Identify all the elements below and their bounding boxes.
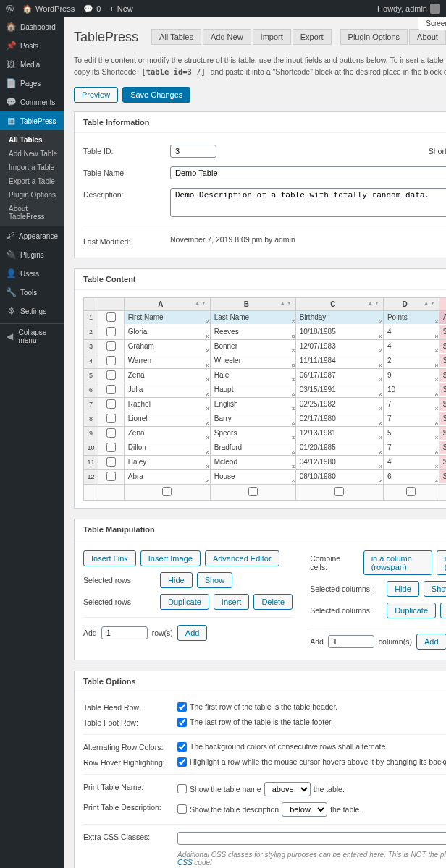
wp-logo[interactable]: ⓦ	[6, 4, 14, 14]
insert-image-button[interactable]: Insert Image	[140, 550, 201, 566]
cell[interactable]: $60	[439, 470, 446, 483]
cell[interactable]: Abra	[125, 470, 210, 483]
hover-checkbox[interactable]	[177, 757, 187, 767]
sidebar-item[interactable]: 🔧Tools	[0, 283, 64, 302]
row-select[interactable]	[98, 383, 125, 397]
cell[interactable]: 7	[384, 412, 439, 425]
cell[interactable]: 12/13/1981	[296, 427, 383, 440]
col-header[interactable]: C▲▼	[295, 297, 383, 310]
row-select[interactable]	[98, 412, 125, 426]
sidebar-item[interactable]: 💬Comments	[0, 93, 64, 111]
cell[interactable]: 7	[384, 398, 439, 411]
row-number[interactable]: 8	[84, 412, 98, 426]
cell[interactable]: 4	[384, 340, 439, 353]
cell[interactable]: Amount	[439, 311, 446, 324]
cell[interactable]: Barry	[211, 412, 295, 425]
add-cols-count[interactable]	[328, 635, 374, 648]
sidebar-item[interactable]: 🔌Plugins	[0, 245, 64, 264]
sidebar-subitem[interactable]: Import a Table	[0, 161, 64, 174]
sidebar-subitem[interactable]: Add New Table	[0, 147, 64, 161]
cell[interactable]: Lionel	[125, 412, 210, 425]
panel-toggle[interactable]: Table Options	[75, 671, 446, 692]
row-select[interactable]	[98, 325, 125, 339]
col-select[interactable]	[248, 487, 258, 496]
row-select[interactable]	[98, 397, 125, 412]
cell[interactable]: Dillon	[125, 441, 210, 454]
cell[interactable]: 02/17/1980	[296, 412, 383, 425]
cell[interactable]: Spears	[211, 427, 295, 440]
hide-rows-button[interactable]: Hide	[160, 572, 193, 588]
screen-options-tab[interactable]: Screen Options ▾	[418, 17, 446, 30]
nav-tab[interactable]: Add New	[203, 29, 251, 45]
show-cols-button[interactable]: Show	[424, 581, 446, 597]
cell[interactable]: English	[211, 398, 295, 411]
duplicate-rows-button[interactable]: Duplicate	[160, 594, 209, 610]
row-number[interactable]: 10	[84, 441, 98, 455]
cell[interactable]: $90	[439, 369, 446, 382]
row-number[interactable]: 12	[84, 469, 98, 484]
sidebar-subitem[interactable]: About TablePress	[0, 202, 64, 224]
nav-tab[interactable]: Export	[293, 29, 332, 45]
col-select[interactable]	[162, 487, 172, 496]
sidebar-item[interactable]: 👤Users	[0, 264, 64, 283]
cell[interactable]: Zena	[125, 427, 210, 440]
nav-tab[interactable]: All Tables	[151, 29, 201, 45]
table-id-input[interactable]	[170, 145, 216, 158]
cell[interactable]: 5	[384, 427, 439, 440]
cell[interactable]: Hale	[211, 369, 295, 382]
cell[interactable]: 03/15/1991	[296, 383, 383, 396]
cell[interactable]: Mcleod	[211, 456, 295, 469]
head-row-checkbox[interactable]	[177, 702, 187, 712]
cell[interactable]: House	[211, 470, 295, 483]
cell[interactable]: Bradford	[211, 441, 295, 454]
col-header[interactable]: E▲▼	[439, 297, 446, 310]
sidebar-subitem[interactable]: Plugin Options	[0, 188, 64, 202]
delete-rows-button[interactable]: Delete	[253, 594, 293, 610]
cell[interactable]: 2	[384, 354, 439, 367]
cell[interactable]: Birthday	[296, 311, 383, 324]
rowspan-button[interactable]: in a column (rowspan)	[363, 550, 432, 575]
col-header[interactable]: D▲▼	[383, 297, 439, 310]
sidebar-item[interactable]: 🏠Dashboard	[0, 17, 64, 36]
cell[interactable]: 01/20/1985	[296, 441, 383, 454]
cell[interactable]: Haupt	[211, 383, 295, 396]
row-select[interactable]	[98, 368, 125, 383]
sidebar-item[interactable]: 🖼Media	[0, 55, 64, 74]
col-select[interactable]	[334, 487, 344, 496]
row-select[interactable]	[98, 426, 125, 441]
add-rows-count[interactable]	[101, 626, 148, 639]
nav-tab[interactable]: Import	[253, 29, 291, 45]
insert-link-button[interactable]: Insert Link	[83, 550, 136, 566]
cell[interactable]: Gloria	[125, 326, 210, 339]
sidebar-subitem[interactable]: Export a Table	[0, 174, 64, 188]
cell[interactable]: Points	[384, 311, 439, 324]
add-cols-button[interactable]: Add	[416, 634, 446, 650]
cell[interactable]: 06/17/1987	[296, 369, 383, 382]
cell[interactable]: First Name	[125, 311, 210, 324]
cell[interactable]: 4	[384, 326, 439, 339]
row-select[interactable]	[98, 310, 125, 325]
cell[interactable]: $20	[439, 427, 446, 440]
cell[interactable]: Zena	[125, 369, 210, 382]
cell[interactable]: 12/07/1983	[296, 340, 383, 353]
comments-bubble[interactable]: 💬 0	[83, 4, 101, 14]
cell[interactable]: 4	[384, 456, 439, 469]
cell[interactable]: 04/12/1980	[296, 456, 383, 469]
cell[interactable]: $20	[439, 456, 446, 469]
cell[interactable]: Wheeler	[211, 354, 295, 367]
table-desc-textarea[interactable]: Demo Description of a table with totally…	[170, 188, 446, 217]
sidebar-item[interactable]: ⚙Settings	[0, 302, 64, 320]
cell[interactable]: $50	[439, 412, 446, 425]
cell[interactable]: 08/10/1980	[296, 470, 383, 483]
col-header[interactable]: A▲▼	[124, 297, 210, 310]
extra-css-input[interactable]	[177, 832, 446, 845]
show-rows-button[interactable]: Show	[197, 572, 233, 588]
row-number[interactable]: 3	[84, 339, 98, 354]
collapse-menu[interactable]: ◀Collapse menu	[0, 323, 64, 349]
duplicate-cols-button[interactable]: Duplicate	[387, 603, 436, 618]
row-number[interactable]: 1	[84, 310, 98, 325]
foot-row-checkbox[interactable]	[177, 718, 187, 727]
cell[interactable]: 9	[384, 369, 439, 382]
cell[interactable]: Warren	[125, 354, 210, 367]
panel-toggle[interactable]: Table Information	[75, 112, 446, 133]
